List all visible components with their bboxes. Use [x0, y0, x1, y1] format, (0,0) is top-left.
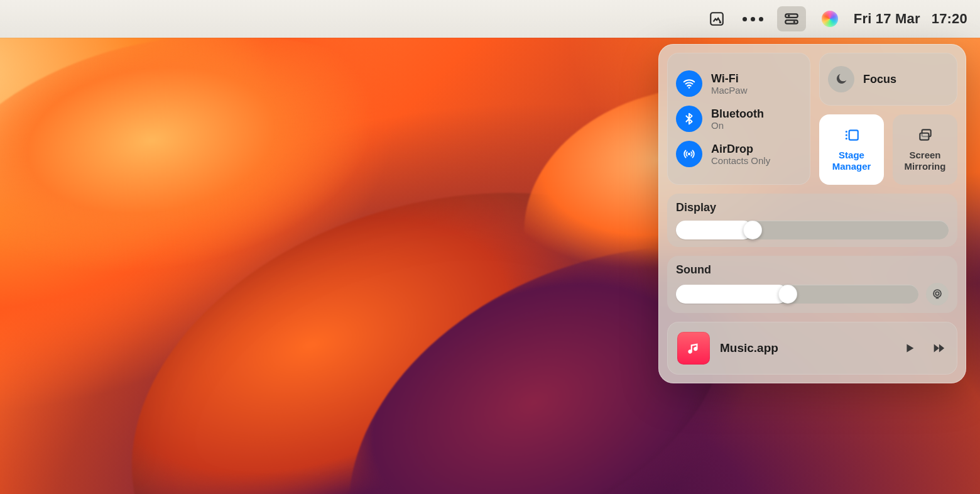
- display-module: Display: [667, 194, 957, 247]
- svg-point-1: [719, 21, 721, 23]
- stage-manager-icon: [844, 127, 860, 146]
- sound-module: Sound: [667, 256, 957, 313]
- svg-rect-0: [710, 13, 723, 25]
- menu-bar-date[interactable]: Fri 17 Mar: [854, 6, 920, 31]
- bluetooth-subtitle: On: [711, 120, 764, 131]
- brightness-slider[interactable]: [676, 221, 949, 239]
- focus-label: Focus: [863, 73, 896, 86]
- airdrop-toggle[interactable]: AirDrop Contacts Only: [676, 141, 802, 167]
- control-center-menu-icon[interactable]: [777, 6, 806, 31]
- screen-mirroring-icon: [917, 127, 934, 146]
- control-center-panel: Wi-Fi MacPaw Bluetooth On: [658, 44, 966, 383]
- airdrop-title: AirDrop: [711, 143, 770, 155]
- menu-bar: Fri 17 Mar 17:20: [0, 0, 980, 38]
- svg-point-15: [934, 290, 941, 297]
- bluetooth-icon: [676, 106, 702, 132]
- svg-point-7: [688, 153, 690, 155]
- screen-mirroring-label: Screen Mirroring: [905, 150, 946, 172]
- sound-title: Sound: [676, 263, 949, 277]
- svg-point-3: [788, 14, 790, 16]
- menu-bar-time[interactable]: 17:20: [932, 6, 967, 31]
- svg-point-6: [689, 87, 690, 89]
- svg-rect-13: [920, 133, 928, 140]
- network-module: Wi-Fi MacPaw Bluetooth On: [667, 53, 810, 185]
- siri-menu-icon[interactable]: [817, 6, 842, 31]
- more-menu-icon[interactable]: [741, 6, 766, 31]
- airdrop-icon: [676, 141, 702, 167]
- wifi-toggle[interactable]: Wi-Fi MacPaw: [676, 70, 802, 97]
- svg-point-5: [793, 21, 795, 23]
- music-app-icon: [677, 332, 710, 365]
- bluetooth-toggle[interactable]: Bluetooth On: [676, 106, 802, 132]
- svg-rect-8: [849, 130, 858, 140]
- stage-manager-label: Stage Manager: [832, 150, 871, 172]
- airdrop-subtitle: Contacts Only: [711, 155, 770, 166]
- display-title: Display: [676, 201, 949, 214]
- svg-point-10: [845, 134, 847, 136]
- desktop-background: Fri 17 Mar 17:20 Wi-Fi: [0, 0, 980, 494]
- svg-point-9: [845, 131, 847, 133]
- screen-mirroring-button[interactable]: Screen Mirroring: [893, 114, 957, 185]
- airplay-audio-button[interactable]: [926, 283, 949, 305]
- screenshot-menu-icon[interactable]: [704, 6, 729, 31]
- stage-manager-toggle[interactable]: Stage Manager: [819, 114, 884, 185]
- moon-icon: [828, 66, 854, 92]
- svg-point-11: [845, 138, 847, 140]
- svg-rect-4: [785, 20, 798, 23]
- volume-slider[interactable]: [676, 285, 918, 304]
- wifi-title: Wi-Fi: [711, 72, 748, 85]
- wifi-subtitle: MacPaw: [711, 85, 748, 96]
- now-playing-title: Music.app: [720, 341, 891, 355]
- bluetooth-title: Bluetooth: [711, 107, 764, 120]
- play-button[interactable]: [901, 339, 918, 357]
- focus-toggle[interactable]: Focus: [819, 53, 957, 106]
- next-track-button[interactable]: [930, 339, 947, 357]
- brightness-slider-thumb[interactable]: [743, 221, 762, 239]
- volume-slider-thumb[interactable]: [778, 285, 797, 304]
- svg-rect-2: [785, 14, 798, 17]
- now-playing-module[interactable]: Music.app: [667, 322, 957, 375]
- svg-point-16: [935, 292, 939, 295]
- wifi-icon: [676, 70, 702, 97]
